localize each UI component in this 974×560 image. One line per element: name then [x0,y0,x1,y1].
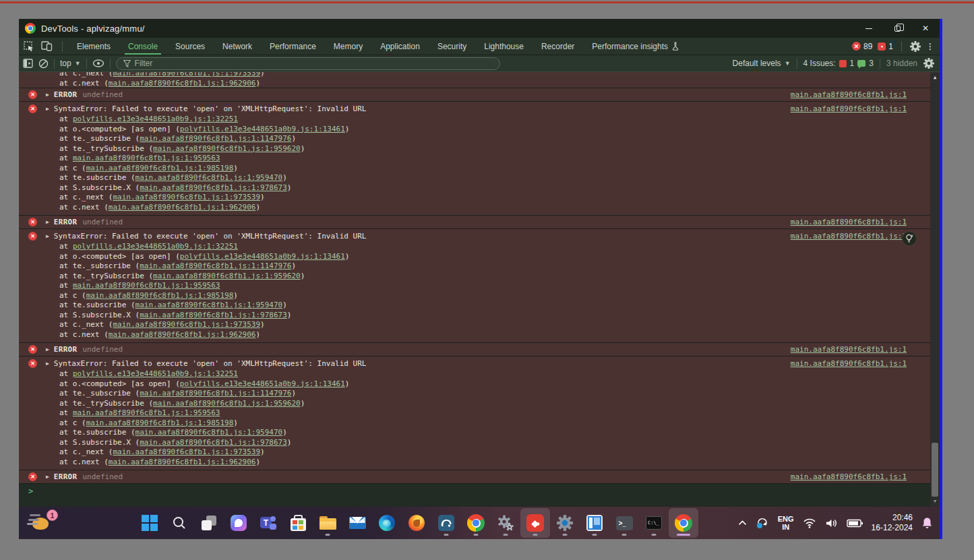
stack-source-link[interactable]: main.aafa8f890f6c8fb1.js:1:962906 [109,330,256,339]
start-button[interactable] [135,508,164,538]
task-view-button[interactable] [194,508,224,538]
stack-source-link[interactable]: polyfills.e13e3e448651a0b9.js:1:13461 [180,379,345,388]
message-source-link[interactable]: main.aafa8f890f6c8fb1.js:1 [791,232,907,241]
stack-source-link[interactable]: main.aafa8f890f6c8fb1.js:1:973539 [113,320,260,329]
stack-source-link[interactable]: main.aafa8f890f6c8fb1.js:1:959563 [73,408,220,417]
expand-triangle-icon[interactable]: ▶ [46,474,49,480]
stack-source-link[interactable]: main.aafa8f890f6c8fb1.js:1:959563 [73,281,220,290]
tray-sync-icon[interactable] [756,516,769,530]
tab-performance[interactable]: Performance [261,38,325,55]
stack-source-link[interactable]: main.aafa8f890f6c8fb1.js:1:978673 [140,438,287,447]
expand-triangle-icon[interactable]: ▶ [46,361,49,367]
stack-source-link[interactable]: main.aafa8f890f6c8fb1.js:1:1147976 [140,261,291,270]
tray-chevron-up-icon[interactable] [738,520,747,526]
console-error-row[interactable]: ✕▶ERRORundefinedmain.aafa8f890f6c8fb1.js… [19,470,930,484]
scrollbar-thumb[interactable] [932,443,938,497]
tab-network[interactable]: Network [214,38,261,55]
pgadmin[interactable] [431,508,461,538]
expand-triangle-icon[interactable]: ▶ [46,92,49,98]
red-remote-app[interactable]: ◆› [520,508,550,538]
context-selector[interactable]: top▼ [60,59,81,68]
file-explorer[interactable] [313,508,342,538]
issues-count[interactable]: ▪ 1 [878,42,893,51]
widgets-weather-button[interactable]: 1 [30,511,59,535]
stack-source-link[interactable]: polyfills.e13e3e448651a0b9.js:1:13461 [180,252,345,261]
message-source-link[interactable]: main.aafa8f890f6c8fb1.js:1 [791,472,907,481]
mail[interactable] [342,508,372,538]
tab-security[interactable]: Security [429,38,475,55]
message-source-link[interactable]: main.aafa8f890f6c8fb1.js:1 [791,345,907,354]
stack-source-link[interactable]: main.aafa8f890f6c8fb1.js:1:973539 [113,447,260,456]
stack-source-link[interactable]: main.aafa8f890f6c8fb1.js:1:962906 [109,79,256,88]
tab-recorder[interactable]: Recorder [532,38,583,55]
command-prompt[interactable]: C:\_ [639,508,669,538]
message-source-link[interactable]: main.aafa8f890f6c8fb1.js:1 [791,359,907,368]
chrome[interactable] [461,508,491,538]
console-settings-gear-icon[interactable] [923,58,934,69]
console-error-row[interactable]: ✕▶ERRORundefinedmain.aafa8f890f6c8fb1.js… [19,88,930,102]
clear-console-icon[interactable] [38,59,49,69]
console-syntax-error-message[interactable]: ✕▶SyntaxError: Failed to execute 'open' … [19,229,930,343]
clock[interactable]: 20:46 16-12-2024 [872,513,913,533]
search-button[interactable] [164,508,194,538]
scroll-down-arrow[interactable]: ▼ [930,497,940,505]
stack-source-link[interactable]: main.aafa8f890f6c8fb1.js:1:959470 [135,301,283,309]
scroll-up-arrow[interactable]: ▲ [930,73,940,82]
message-source-link[interactable]: main.aafa8f890f6c8fb1.js:1 [791,218,907,226]
stack-source-link[interactable]: main.aafa8f890f6c8fb1.js:1:978673 [140,311,287,319]
console-error-row[interactable]: ✕▶ERRORundefinedmain.aafa8f890f6c8fb1.js… [19,216,930,229]
expand-triangle-icon[interactable]: ▶ [46,106,49,112]
devtools-settings-gear-icon[interactable] [910,41,921,52]
tab-performance-insights[interactable]: Performance insights [583,38,688,55]
restore-button[interactable] [883,19,911,38]
expand-triangle-icon[interactable]: ▶ [46,219,49,225]
expand-triangle-icon[interactable]: ▶ [46,346,49,352]
stack-source-link[interactable]: main.aafa8f890f6c8fb1.js:1:959470 [135,173,283,182]
tab-elements[interactable]: Elements [68,38,119,55]
stack-source-link[interactable]: polyfills.e13e3e448651a0b9.js:1:32251 [73,242,238,251]
firefox[interactable] [402,508,431,538]
wifi-icon[interactable] [803,518,816,528]
expand-triangle-icon[interactable]: ▶ [46,233,49,239]
tab-memory[interactable]: Memory [325,38,371,55]
stack-source-link[interactable]: polyfills.e13e3e448651a0b9.js:1:32251 [73,115,238,123]
stack-source-link[interactable]: main.aafa8f890f6c8fb1.js:1:959620 [153,272,301,280]
console-filter-input[interactable]: Filter [116,57,500,70]
chrome-active-window[interactable] [669,508,698,538]
devtools-more-options-icon[interactable]: ⋮ [926,42,934,51]
console-syntax-error-message[interactable]: ✕▶SyntaxError: Failed to execute 'open' … [19,102,930,216]
message-source-link[interactable]: main.aafa8f890f6c8fb1.js:1 [791,104,907,113]
blue-window-app[interactable] [580,508,609,538]
live-expression-eye-icon[interactable] [92,59,104,67]
copilot[interactable] [224,508,253,538]
settings-gears-app[interactable] [491,508,520,538]
close-button[interactable]: ✕ [911,19,940,38]
stack-source-link[interactable]: main.aafa8f890f6c8fb1.js:1:959470 [135,428,283,437]
language-indicator[interactable]: ENG IN [778,515,794,531]
stack-source-link[interactable]: main.aafa8f890f6c8fb1.js:1:973539 [113,193,260,201]
stack-source-link[interactable]: main.aafa8f890f6c8fb1.js:1:962906 [109,458,256,466]
battery-icon[interactable] [847,519,863,528]
stack-source-link[interactable]: main.aafa8f890f6c8fb1.js:1:985198 [86,164,234,173]
console-prompt[interactable]: > [19,484,930,499]
stack-source-link[interactable]: main.aafa8f890f6c8fb1.js:1:959620 [153,399,301,408]
console-scrollbar[interactable]: ▲ ▼ [930,72,940,507]
ai-insight-lightbulb-button[interactable] [902,231,917,246]
powershell[interactable]: >_ [609,508,639,538]
stack-source-link[interactable]: main.aafa8f890f6c8fb1.js:1:973539 [113,72,260,77]
message-source-link[interactable]: main.aafa8f890f6c8fb1.js:1 [791,90,907,99]
console-sidebar-icon[interactable] [23,59,33,68]
stack-source-link[interactable]: main.aafa8f890f6c8fb1.js:1:985198 [86,418,234,427]
teams[interactable]: T [253,508,283,538]
tab-lighthouse[interactable]: Lighthouse [475,38,532,55]
stack-source-link[interactable]: main.aafa8f890f6c8fb1.js:1:959563 [73,154,220,162]
microsoft-store[interactable] [283,508,313,538]
console-error-count[interactable]: ✕ 89 [852,42,872,51]
stack-source-link[interactable]: main.aafa8f890f6c8fb1.js:1:1147976 [140,389,291,398]
tab-application[interactable]: Application [371,38,429,55]
console-syntax-error-message[interactable]: ✕▶SyntaxError: Failed to execute 'open' … [19,356,930,470]
tab-console[interactable]: Console [119,38,166,55]
minimize-button[interactable] [855,19,883,38]
stack-source-link[interactable]: polyfills.e13e3e448651a0b9.js:1:13461 [180,125,345,133]
stack-source-link[interactable]: main.aafa8f890f6c8fb1.js:1:1147976 [140,134,291,143]
